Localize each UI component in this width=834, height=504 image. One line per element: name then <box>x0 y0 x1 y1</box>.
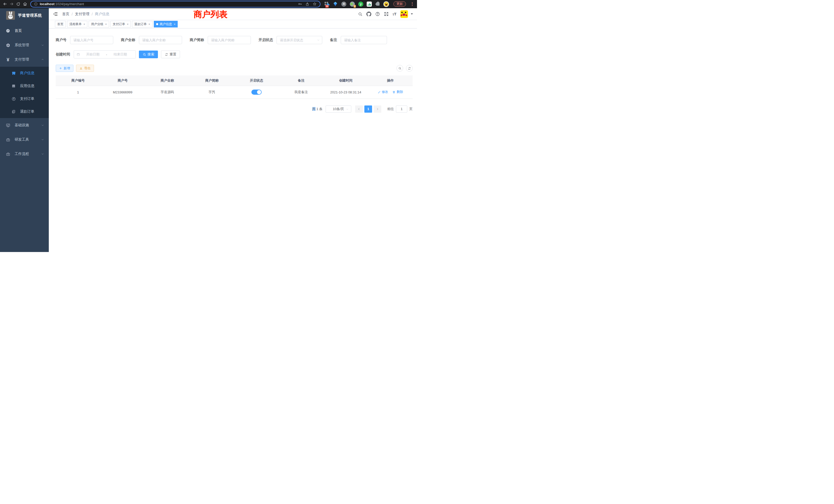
cell-merchant-id: 1 <box>56 86 101 98</box>
sidebar-item-app-info[interactable]: 应用信息 <box>0 79 49 92</box>
search-icon[interactable] <box>358 12 363 17</box>
short-name-input[interactable] <box>208 36 251 44</box>
extension-gem-icon[interactable] <box>332 1 338 7</box>
sidebar-item-infra[interactable]: 基础设施 <box>0 118 49 132</box>
tag-home[interactable]: 首页 <box>55 21 66 27</box>
browser-home-button[interactable] <box>22 1 28 7</box>
table-row: 1 M233666999 芋道源码 芋艿 我是备注 2021-10-23 08:… <box>56 86 413 98</box>
close-icon[interactable]: × <box>105 23 107 26</box>
extensions-puzzle-icon[interactable] <box>375 1 380 7</box>
breadcrumb-pay[interactable]: 支付管理 <box>75 12 89 17</box>
chevron-down-icon <box>346 108 349 111</box>
sidebar-item-home[interactable]: 首页 <box>0 24 49 38</box>
remark-input[interactable] <box>341 36 387 44</box>
delete-link-label: 删除 <box>396 90 403 94</box>
create-time-range-picker[interactable]: 开始日期 - 结束日期 <box>74 50 136 59</box>
github-icon[interactable] <box>367 12 371 17</box>
bookmark-star-icon[interactable] <box>312 2 317 6</box>
sidebar-fold-icon[interactable] <box>53 12 58 17</box>
column-header: 商户全称 <box>145 75 190 86</box>
sidebar-item-system[interactable]: 系统管理 <box>0 38 49 52</box>
delete-link[interactable]: 删除 <box>392 90 403 94</box>
status-select-input[interactable] <box>277 36 322 44</box>
refresh-icon <box>408 67 411 70</box>
sidebar-item-workflow[interactable]: 工作流程 <box>0 147 49 161</box>
reset-button[interactable]: 重置 <box>161 50 180 58</box>
close-icon[interactable]: × <box>84 23 85 26</box>
page-size-value: 10条/页 <box>333 107 344 111</box>
sidebar-item-label: 研发工具 <box>15 137 29 142</box>
avatar-caret-icon[interactable] <box>411 13 413 15</box>
cell-remark: 我是备注 <box>279 86 324 98</box>
document-copy-icon <box>11 110 17 114</box>
sidebar-item-pay[interactable]: ¥ 支付管理 <box>0 52 49 67</box>
browser-back-button[interactable] <box>2 1 8 7</box>
status-label: 开启状态 <box>259 38 273 42</box>
reset-button-label: 重置 <box>170 52 176 57</box>
tag-refund-order[interactable]: 退款订单× <box>132 21 152 27</box>
browser-forward-button[interactable] <box>8 1 15 7</box>
tag-user-group[interactable]: 用户分组× <box>89 21 109 27</box>
browser-reload-button[interactable] <box>15 1 22 7</box>
site-info-icon[interactable] <box>34 2 38 6</box>
goto-page-input[interactable] <box>396 106 407 113</box>
tag-process-form[interactable]: 流程表单× <box>67 21 87 27</box>
page-size-select[interactable]: 10条/页 <box>326 106 351 113</box>
font-size-icon[interactable]: TT <box>393 12 396 16</box>
sidebar-item-label: 基础设施 <box>15 123 29 128</box>
extensions-area: 10 ⌘ 1 y 更新 <box>324 1 414 7</box>
add-button[interactable]: 新增 <box>56 65 73 72</box>
prev-page-button[interactable] <box>355 106 363 113</box>
browser-chrome: localhost:1024/pay/merchant 10 ⌘ 1 y 更新 <box>0 0 417 8</box>
chevron-down-icon <box>41 153 44 156</box>
extension-grid-icon[interactable]: 10 <box>324 1 330 7</box>
extension-chart-icon[interactable] <box>367 1 372 7</box>
toggle-search-button[interactable] <box>396 65 403 72</box>
close-icon[interactable]: × <box>127 23 128 26</box>
full-name-input[interactable] <box>139 36 182 44</box>
briefcase-icon <box>5 138 11 142</box>
yen-icon: ¥ <box>5 57 11 62</box>
column-header: 备注 <box>279 75 324 86</box>
breadcrumb-home[interactable]: 首页 <box>62 12 69 17</box>
column-header: 商户编号 <box>56 75 101 86</box>
extension-y-icon[interactable]: y <box>358 1 364 7</box>
browser-update-button[interactable]: 更新 <box>393 1 406 7</box>
sidebar-item-merchant-info[interactable]: 商户信息 <box>0 67 49 79</box>
status-select[interactable] <box>277 36 322 44</box>
search-button[interactable]: 搜索 <box>139 50 158 58</box>
app-logo-image <box>6 11 15 20</box>
sidebar-item-refund-order[interactable]: 退款订单 <box>0 105 49 118</box>
sidebar-item-devtools[interactable]: 研发工具 <box>0 132 49 147</box>
page-content: 商户号 商户全称 商户简称 开启状态 <box>49 28 417 252</box>
help-icon[interactable] <box>375 12 380 17</box>
extension-command-icon[interactable]: ⌘ <box>341 1 347 7</box>
search-icon <box>398 67 401 70</box>
export-button[interactable]: 导出 <box>76 65 94 72</box>
extension-circle-icon[interactable]: 1 <box>349 1 355 7</box>
refresh-table-button[interactable] <box>406 65 413 72</box>
next-page-button[interactable] <box>374 106 381 113</box>
close-icon[interactable]: × <box>174 23 175 26</box>
top-navbar: 首页 / 支付管理 / 商户信息 商户列表 TT <box>49 8 417 20</box>
password-key-icon[interactable] <box>298 2 302 6</box>
sidebar-logo[interactable]: 芋道管理系统 <box>0 8 49 23</box>
calendar-icon <box>76 53 80 56</box>
end-date-placeholder: 结束日期 <box>108 52 133 57</box>
share-icon[interactable] <box>305 2 309 6</box>
tag-pay-order[interactable]: 支付订单× <box>110 21 131 27</box>
tag-merchant-info[interactable]: 商户信息× <box>154 21 178 27</box>
status-toggle[interactable] <box>251 90 262 95</box>
edit-link[interactable]: 修改 <box>378 90 388 94</box>
current-page-button[interactable]: 1 <box>364 106 372 113</box>
user-avatar[interactable] <box>400 10 408 18</box>
sidebar-item-pay-order[interactable]: ¥ 支付订单 <box>0 92 49 105</box>
fullscreen-icon[interactable] <box>384 12 389 17</box>
browser-menu-icon[interactable] <box>410 2 414 7</box>
address-bar[interactable]: localhost:1024/pay/merchant <box>30 1 321 7</box>
tag-label: 流程表单 <box>69 22 82 26</box>
sidebar-item-label: 退款订单 <box>20 109 35 114</box>
profile-avatar[interactable] <box>383 1 389 7</box>
merchant-no-input[interactable] <box>70 36 113 44</box>
close-icon[interactable]: × <box>148 23 150 26</box>
